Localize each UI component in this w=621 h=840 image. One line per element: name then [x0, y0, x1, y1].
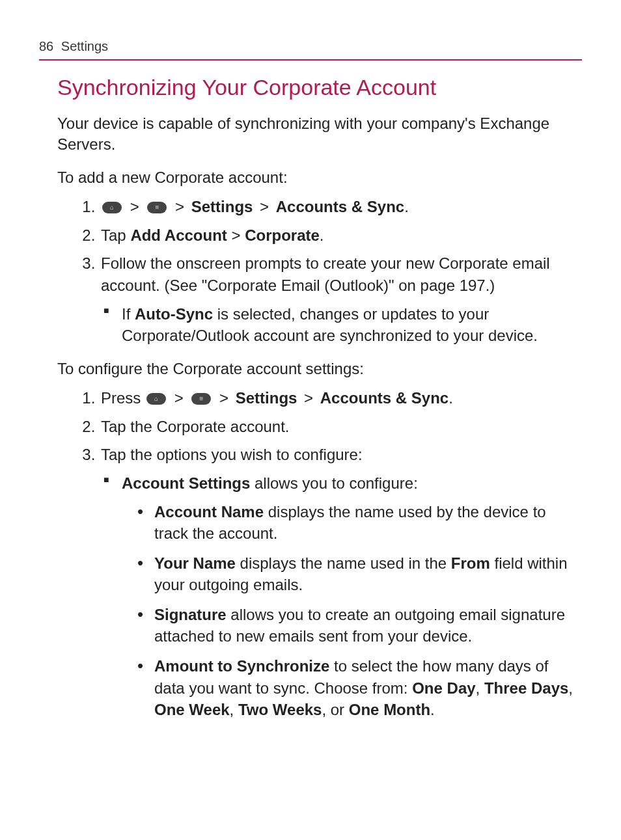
chevron-right-icon: >: [175, 198, 184, 215]
chevron-right-icon: >: [304, 389, 313, 407]
configure-step-2: Tap the Corporate account.: [100, 416, 582, 438]
settings-label: Settings: [236, 389, 297, 407]
accounts-sync-label: Accounts & Sync: [320, 389, 448, 407]
configure-heading: To configure the Corporate account setti…: [57, 359, 582, 379]
chevron-right-icon: >: [174, 389, 184, 407]
add-account-label: Add Account: [130, 226, 227, 244]
add-step-2: Tap Add Account > Corporate.: [100, 224, 582, 247]
signature-item: Signature allows you to create an outgoi…: [154, 604, 582, 647]
page-header: 86 Settings: [39, 39, 582, 61]
account-name-item: Account Name displays the name used by t…: [154, 501, 582, 545]
add-step-3-sub: If Auto-Sync is selected, changes or upd…: [119, 303, 582, 347]
configure-step-1: Press ⌂ > ≡ > Settings > Accounts & Sync…: [100, 387, 582, 409]
add-heading: To add a new Corporate account:: [57, 167, 582, 188]
your-name-item: Your Name displays the name used in the …: [154, 552, 582, 596]
home-icon: ⌂: [146, 393, 166, 405]
corporate-label: Corporate: [245, 226, 320, 244]
menu-icon: ≡: [147, 202, 167, 213]
chevron-right-icon: >: [260, 198, 269, 215]
add-step-3: Follow the onscreen prompts to create yo…: [100, 252, 582, 346]
accounts-sync-label: Accounts & Sync: [276, 198, 404, 215]
header-section: Settings: [61, 39, 108, 53]
page-title: Synchronizing Your Corporate Account: [57, 75, 582, 100]
page-number: 86: [39, 39, 53, 53]
chevron-right-icon: >: [219, 389, 228, 407]
add-steps: ⌂ > ≡ > Settings > Accounts & Sync. Tap …: [57, 196, 582, 347]
auto-sync-label: Auto-Sync: [135, 305, 213, 323]
amount-sync-item: Amount to Synchronize to select the how …: [154, 655, 582, 721]
settings-label: Settings: [191, 198, 253, 215]
account-settings-item: Account Settings allows you to configure…: [119, 472, 582, 721]
home-icon: ⌂: [102, 202, 122, 213]
chevron-right-icon: >: [130, 198, 139, 215]
account-settings-label: Account Settings: [122, 474, 250, 492]
menu-icon: ≡: [191, 393, 211, 405]
add-step-1: ⌂ > ≡ > Settings > Accounts & Sync.: [100, 196, 582, 218]
configure-step-3: Tap the options you wish to configure: A…: [100, 444, 582, 721]
intro-text: Your device is capable of synchronizing …: [57, 113, 582, 156]
configure-steps: Press ⌂ > ≡ > Settings > Accounts & Sync…: [57, 387, 582, 721]
